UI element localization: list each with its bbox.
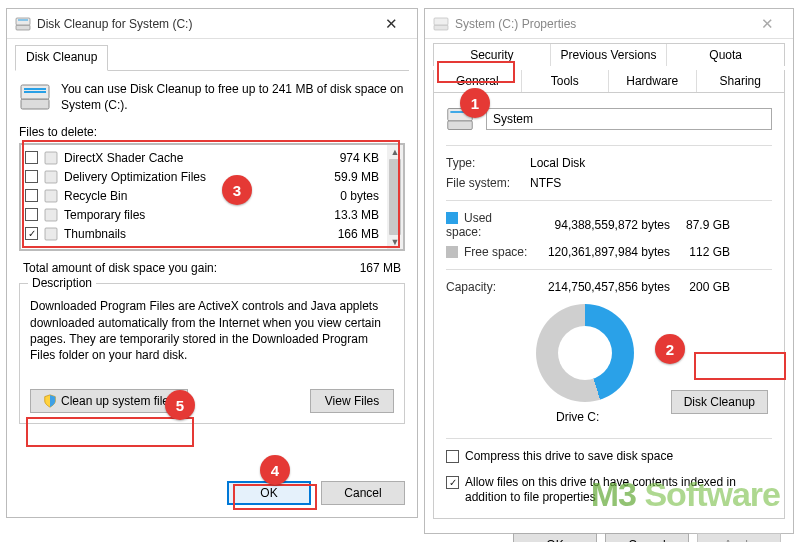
file-checkbox[interactable] — [25, 227, 38, 240]
scroll-down-icon[interactable]: ▼ — [391, 237, 400, 247]
drive-name-input[interactable] — [486, 108, 772, 130]
files-listbox[interactable]: DirectX Shader Cache974 KBDelivery Optim… — [19, 143, 405, 251]
svg-rect-3 — [21, 99, 49, 109]
file-size: 0 bytes — [318, 189, 383, 203]
filesystem-value: NTFS — [530, 176, 772, 190]
titlebar[interactable]: System (C:) Properties ✕ — [425, 9, 793, 39]
svg-rect-9 — [45, 190, 57, 202]
file-name: Recycle Bin — [64, 189, 312, 203]
shield-icon — [43, 394, 57, 408]
capacity-label: Capacity: — [446, 280, 530, 294]
index-checkbox[interactable] — [446, 476, 459, 489]
annotation-badge-5: 5 — [165, 390, 195, 420]
svg-rect-11 — [45, 228, 57, 240]
drive-name-row — [446, 105, 772, 133]
free-space-label: Free space: — [446, 245, 530, 259]
scroll-up-icon[interactable]: ▲ — [391, 147, 400, 157]
file-icon — [44, 151, 58, 165]
file-name: Thumbnails — [64, 227, 312, 241]
file-checkbox[interactable] — [25, 151, 38, 164]
capacity-bytes: 214,750,457,856 bytes — [530, 280, 670, 294]
tab-quota[interactable]: Quota — [667, 44, 784, 66]
compress-checkbox-row[interactable]: Compress this drive to save disk space — [446, 449, 772, 465]
compress-checkbox[interactable] — [446, 450, 459, 463]
apply-button[interactable]: Apply — [697, 533, 781, 542]
file-row[interactable]: Thumbnails166 MB — [25, 224, 383, 243]
annotation-badge-4: 4 — [260, 455, 290, 485]
file-size: 59.9 MB — [318, 170, 383, 184]
tab-security[interactable]: Security — [434, 44, 551, 66]
tab-body: You can use Disk Cleanup to free up to 2… — [15, 70, 409, 424]
svg-rect-12 — [434, 25, 448, 30]
files-to-delete-label: Files to delete: — [15, 123, 409, 143]
file-name: Temporary files — [64, 208, 312, 222]
description-legend: Description — [28, 276, 96, 290]
free-swatch-icon — [446, 246, 458, 258]
general-tab-body: Type: Local Disk File system: NTFS Used … — [433, 92, 785, 519]
free-space-gb: 112 GB — [670, 245, 730, 259]
type-value: Local Disk — [530, 156, 772, 170]
svg-rect-2 — [18, 19, 28, 20]
file-row[interactable]: Recycle Bin0 bytes — [25, 186, 383, 205]
annotation-badge-3: 3 — [222, 175, 252, 205]
window-title: Disk Cleanup for System (C:) — [37, 17, 371, 31]
tabs-row-top: SecurityPrevious VersionsQuota — [433, 43, 785, 66]
drive-c-label: Drive C: — [556, 410, 599, 424]
close-button[interactable]: ✕ — [371, 15, 411, 33]
svg-rect-5 — [24, 88, 46, 90]
file-checkbox[interactable] — [25, 170, 38, 183]
total-value: 167 MB — [321, 261, 401, 275]
tab-sharing[interactable]: Sharing — [697, 70, 785, 92]
file-icon — [44, 170, 58, 184]
cancel-button[interactable]: Cancel — [605, 533, 689, 542]
file-name: Delivery Optimization Files — [64, 170, 312, 184]
svg-rect-8 — [45, 171, 57, 183]
intro-row: You can use Disk Cleanup to free up to 2… — [15, 81, 409, 123]
view-files-button[interactable]: View Files — [310, 389, 394, 413]
annotation-badge-1: 1 — [460, 88, 490, 118]
titlebar[interactable]: Disk Cleanup for System (C:) ✕ — [7, 9, 417, 39]
type-label: Type: — [446, 156, 530, 170]
svg-rect-6 — [24, 91, 46, 93]
file-checkbox[interactable] — [25, 189, 38, 202]
total-label: Total amount of disk space you gain: — [23, 261, 321, 275]
used-space-label: Used space: — [446, 211, 530, 239]
tab-previous-versions[interactable]: Previous Versions — [551, 44, 668, 66]
scrollbar[interactable]: ▲ ▼ — [387, 145, 403, 249]
free-space-bytes: 120,361,897,984 bytes — [530, 245, 670, 259]
file-size: 13.3 MB — [318, 208, 383, 222]
svg-rect-14 — [448, 121, 473, 130]
disk-cleanup-window: Disk Cleanup for System (C:) ✕ Disk Clea… — [6, 8, 418, 518]
close-button[interactable]: ✕ — [747, 15, 787, 33]
usage-chart-area: Drive C: Disk Cleanup — [446, 298, 772, 428]
description-text: Downloaded Program Files are ActiveX con… — [30, 298, 394, 363]
ok-button[interactable]: OK — [513, 533, 597, 542]
dialog-buttons: OK Cancel — [227, 481, 405, 505]
file-row[interactable]: Temporary files13.3 MB — [25, 205, 383, 224]
cancel-button[interactable]: Cancel — [321, 481, 405, 505]
file-icon — [44, 189, 58, 203]
file-row[interactable]: DirectX Shader Cache974 KB — [25, 148, 383, 167]
file-size: 166 MB — [318, 227, 383, 241]
scroll-thumb[interactable] — [389, 159, 401, 235]
file-name: DirectX Shader Cache — [64, 151, 312, 165]
disk-cleanup-button[interactable]: Disk Cleanup — [671, 390, 768, 414]
svg-rect-10 — [45, 209, 57, 221]
file-icon — [44, 208, 58, 222]
window-title: System (C:) Properties — [455, 17, 747, 31]
annotation-badge-2: 2 — [655, 334, 685, 364]
ok-button[interactable]: OK — [227, 481, 311, 505]
file-row[interactable]: Delivery Optimization Files59.9 MB — [25, 167, 383, 186]
file-checkbox[interactable] — [25, 208, 38, 221]
svg-rect-7 — [45, 152, 57, 164]
used-space-gb: 87.9 GB — [670, 218, 730, 232]
drive-icon — [433, 16, 449, 32]
tab-tools[interactable]: Tools — [522, 70, 610, 92]
used-space-bytes: 94,388,559,872 bytes — [530, 218, 670, 232]
tab-disk-cleanup[interactable]: Disk Cleanup — [15, 45, 108, 71]
capacity-gb: 200 GB — [670, 280, 730, 294]
tab-hardware[interactable]: Hardware — [609, 70, 697, 92]
drive-properties-window: System (C:) Properties ✕ SecurityPreviou… — [424, 8, 794, 534]
svg-rect-0 — [16, 25, 30, 30]
usage-donut-chart — [536, 304, 634, 402]
